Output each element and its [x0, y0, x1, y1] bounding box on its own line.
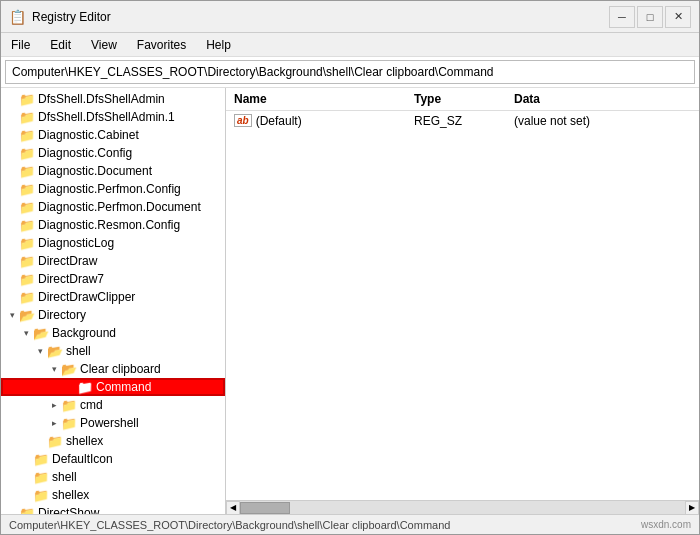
folder-icon: 📁	[19, 218, 35, 233]
expand-icon[interactable]: ▾	[19, 326, 33, 340]
folder-icon: 📂	[19, 308, 35, 323]
folder-icon: 📁	[19, 200, 35, 215]
col-data: Data	[506, 90, 699, 108]
tree-item-label: DirectDraw	[38, 254, 97, 268]
folder-icon: 📁	[33, 470, 49, 485]
scroll-thumb[interactable]	[240, 502, 290, 514]
folder-icon: 📁	[19, 506, 35, 515]
folder-icon: 📂	[33, 326, 49, 341]
menu-edit[interactable]: Edit	[40, 36, 81, 54]
app-icon: 📋	[9, 9, 26, 25]
maximize-button[interactable]: □	[637, 6, 663, 28]
folder-icon: 📁	[19, 290, 35, 305]
address-bar[interactable]: Computer\HKEY_CLASSES_ROOT\Directory\Bac…	[5, 60, 695, 84]
tree-item-label: DirectDrawClipper	[38, 290, 135, 304]
cell-type: REG_SZ	[406, 114, 506, 128]
entry-name: (Default)	[256, 114, 302, 128]
expand-icon[interactable]: ▸	[47, 398, 61, 412]
folder-icon: 📁	[19, 110, 35, 125]
folder-icon: 📁	[61, 416, 77, 431]
tree-item-dfsshelldfsshelladmin1[interactable]: 📁DfsShell.DfsShellAdmin.1	[1, 108, 225, 126]
tree-item-clear-clipboard[interactable]: ▾📂Clear clipboard	[1, 360, 225, 378]
tree-item-directdraw[interactable]: 📁DirectDraw	[1, 252, 225, 270]
scroll-right-arrow[interactable]: ▶	[685, 501, 699, 515]
tree-item-label: Powershell	[80, 416, 139, 430]
tree-item-diagnosticlog[interactable]: 📁DiagnosticLog	[1, 234, 225, 252]
tree-item-diagnosticperfmondocument[interactable]: 📁Diagnostic.Perfmon.Document	[1, 198, 225, 216]
menu-file[interactable]: File	[1, 36, 40, 54]
tree-item-shell[interactable]: 📁shell	[1, 468, 225, 486]
folder-icon: 📂	[47, 344, 63, 359]
tree-pane[interactable]: 📁DfsShell.DfsShellAdmin📁DfsShell.DfsShel…	[1, 88, 226, 514]
cell-name: ab (Default)	[226, 114, 406, 128]
tree-item-directdraw7[interactable]: 📁DirectDraw7	[1, 270, 225, 288]
tree-item-cmd[interactable]: ▸📁cmd	[1, 396, 225, 414]
folder-icon: 📁	[19, 164, 35, 179]
tree-item-defaulticon[interactable]: 📁DefaultIcon	[1, 450, 225, 468]
scroll-track[interactable]	[240, 501, 685, 515]
tree-item-shellex[interactable]: 📁shellex	[1, 486, 225, 504]
detail-header: Name Type Data	[226, 88, 699, 111]
title-bar-left: 📋 Registry Editor	[9, 9, 111, 25]
expand-icon[interactable]: ▾	[47, 362, 61, 376]
tree-item-label: Directory	[38, 308, 86, 322]
expand-icon[interactable]: ▾	[33, 344, 47, 358]
tree-item-powershell[interactable]: ▸📁Powershell	[1, 414, 225, 432]
folder-icon: 📁	[19, 254, 35, 269]
tree-item-label: Diagnostic.Perfmon.Document	[38, 200, 201, 214]
close-button[interactable]: ✕	[665, 6, 691, 28]
window-title: Registry Editor	[32, 10, 111, 24]
tree-item-shell[interactable]: ▾📂shell	[1, 342, 225, 360]
tree-item-label: shellex	[52, 488, 89, 502]
expand-icon[interactable]: ▸	[47, 416, 61, 430]
tree-item-background[interactable]: ▾📂Background	[1, 324, 225, 342]
tree-item-diagnosticconfig[interactable]: 📁Diagnostic.Config	[1, 144, 225, 162]
folder-icon: 📁	[19, 272, 35, 287]
menu-bar: File Edit View Favorites Help	[1, 33, 699, 57]
tree-item-label: shell	[52, 470, 77, 484]
folder-icon: 📁	[47, 434, 63, 449]
scroll-left-arrow[interactable]: ◀	[226, 501, 240, 515]
title-bar-buttons: ─ □ ✕	[609, 6, 691, 28]
tree-item-label: Diagnostic.Cabinet	[38, 128, 139, 142]
tree-item-label: DefaultIcon	[52, 452, 113, 466]
tree-item-directshow[interactable]: 📁DirectShow	[1, 504, 225, 514]
folder-icon: 📁	[61, 398, 77, 413]
table-row[interactable]: ab (Default) REG_SZ (value not set)	[226, 111, 699, 131]
tree-item-directory[interactable]: ▾📂Directory	[1, 306, 225, 324]
tree-item-diagnosticdocument[interactable]: 📁Diagnostic.Document	[1, 162, 225, 180]
folder-icon: 📁	[19, 128, 35, 143]
tree-item-label: Diagnostic.Document	[38, 164, 152, 178]
detail-scrollbar[interactable]: ◀ ▶	[226, 500, 699, 514]
detail-rows: ab (Default) REG_SZ (value not set)	[226, 111, 699, 500]
menu-favorites[interactable]: Favorites	[127, 36, 196, 54]
tree-item-label: Clear clipboard	[80, 362, 161, 376]
tree-item-diagnosticresmonconfig[interactable]: 📁Diagnostic.Resmon.Config	[1, 216, 225, 234]
minimize-button[interactable]: ─	[609, 6, 635, 28]
cell-data: (value not set)	[506, 114, 699, 128]
expand-icon[interactable]: ▾	[5, 308, 19, 322]
title-bar: 📋 Registry Editor ─ □ ✕	[1, 1, 699, 33]
tree-item-dfsshelldfsshelladmin[interactable]: 📁DfsShell.DfsShellAdmin	[1, 90, 225, 108]
tree-item-label: DirectShow	[38, 506, 99, 514]
tree-item-label: Diagnostic.Perfmon.Config	[38, 182, 181, 196]
folder-icon: 📁	[19, 146, 35, 161]
tree-item-label: cmd	[80, 398, 103, 412]
tree-item-directdrawclipper[interactable]: 📁DirectDrawClipper	[1, 288, 225, 306]
tree-item-label: shellex	[66, 434, 103, 448]
tree-item-label: DiagnosticLog	[38, 236, 114, 250]
tree-item-label: shell	[66, 344, 91, 358]
folder-icon: 📁	[19, 236, 35, 251]
folder-icon: 📁	[19, 92, 35, 107]
folder-icon: 📁	[77, 380, 93, 395]
tree-item-diagnosticcabinet[interactable]: 📁Diagnostic.Cabinet	[1, 126, 225, 144]
folder-icon: 📁	[33, 452, 49, 467]
tree-item-label: Diagnostic.Resmon.Config	[38, 218, 180, 232]
tree-item-shellex[interactable]: 📁shellex	[1, 432, 225, 450]
menu-help[interactable]: Help	[196, 36, 241, 54]
tree-item-diagnosticperfmonconfig[interactable]: 📁Diagnostic.Perfmon.Config	[1, 180, 225, 198]
folder-icon: 📁	[33, 488, 49, 503]
menu-view[interactable]: View	[81, 36, 127, 54]
tree-item-command[interactable]: 📁Command	[1, 378, 225, 396]
address-path: Computer\HKEY_CLASSES_ROOT\Directory\Bac…	[12, 65, 688, 79]
